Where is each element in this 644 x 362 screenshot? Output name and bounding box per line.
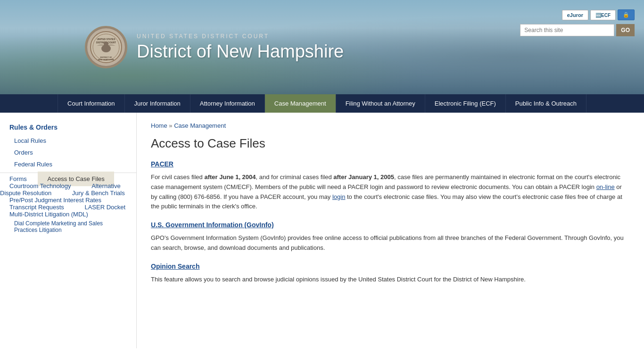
breadcrumb-home[interactable]: Home <box>151 122 167 129</box>
sidebar-dial-complete[interactable]: Dial Complete Marketing and Sales Practi… <box>0 218 136 236</box>
nav-filing-without[interactable]: Filing Without an Attorney <box>336 94 425 113</box>
pacer-login-link[interactable]: login <box>332 193 345 200</box>
govinfo-section: U.S. Government Information (GovInfo) GP… <box>151 221 630 253</box>
opinion-section: Opinion Search This feature allows you t… <box>151 263 630 285</box>
breadcrumb: Home » Case Management <box>151 122 630 129</box>
sidebar-rules-orders[interactable]: Rules & Orders <box>0 120 136 135</box>
pacer-badge[interactable]: 🔒 <box>618 9 635 20</box>
govinfo-link[interactable]: U.S. Government Information (GovInfo) <box>151 221 274 229</box>
seal-inner: UNITED STATES DISTRICT COURT DISTRICT OF… <box>87 28 125 66</box>
content-area: Home » Case Management Access to Case Fi… <box>137 113 644 348</box>
main-nav: Court Information Juror Information Atto… <box>0 94 644 113</box>
sidebar-mdl[interactable]: Multi-District Litigation (MDL) <box>0 207 98 222</box>
court-subtitle: UNITED STATES DISTRICT COURT <box>137 33 344 40</box>
pacer-online-link[interactable]: on-line <box>596 183 615 190</box>
opinion-link[interactable]: Opinion Search <box>151 263 199 270</box>
ejuror-badge[interactable]: eJuror <box>562 10 588 20</box>
svg-point-5 <box>104 41 108 46</box>
svg-text:NEW HAMPSHIRE: NEW HAMPSHIRE <box>98 58 115 61</box>
header-right: eJuror 🆕ECF 🔒 GO <box>520 9 635 36</box>
nav-juror-info[interactable]: Juror Information <box>125 94 190 113</box>
court-title: UNITED STATES DISTRICT COURT District of… <box>137 33 344 62</box>
nav-case-management[interactable]: Case Management <box>265 94 336 113</box>
court-main-title: District of New Hampshire <box>137 41 344 62</box>
ecf-badge[interactable]: 🆕ECF <box>590 10 616 20</box>
header: UNITED STATES DISTRICT COURT DISTRICT OF… <box>0 0 644 94</box>
pacer-section: PACER For civil cases filed after June 1… <box>151 160 630 212</box>
sidebar: Rules & Orders Local Rules Orders Federa… <box>0 113 137 348</box>
pacer-text: For civil cases filed after June 1, 2004… <box>151 173 630 212</box>
sidebar-federal-rules[interactable]: Federal Rules <box>0 158 136 170</box>
search-input[interactable] <box>520 24 614 36</box>
page-title: Access to Case Files <box>151 136 630 151</box>
main-container: Rules & Orders Local Rules Orders Federa… <box>0 113 644 348</box>
nav-court-info[interactable]: Court Information <box>58 94 124 113</box>
nav-public-info[interactable]: Public Info & Outreach <box>506 94 586 113</box>
sidebar-local-rules[interactable]: Local Rules <box>0 135 136 147</box>
pacer-link[interactable]: PACER <box>151 160 173 168</box>
nav-ecf[interactable]: Electronic Filing (ECF) <box>425 94 506 113</box>
search-bar: GO <box>520 24 635 36</box>
sidebar-orders[interactable]: Orders <box>0 147 136 158</box>
breadcrumb-sep: » <box>169 122 172 129</box>
opinion-text: This feature allows you to search and br… <box>151 275 630 285</box>
search-button[interactable]: GO <box>616 24 635 36</box>
nav-attorney-info[interactable]: Attorney Information <box>190 94 265 113</box>
svg-text:UNITED STATES: UNITED STATES <box>97 38 116 41</box>
header-badges: eJuror 🆕ECF 🔒 <box>562 9 635 20</box>
breadcrumb-current[interactable]: Case Management <box>174 122 226 129</box>
court-seal: UNITED STATES DISTRICT COURT DISTRICT OF… <box>85 26 127 68</box>
govinfo-text: GPO's Government Information System (Gov… <box>151 233 630 253</box>
